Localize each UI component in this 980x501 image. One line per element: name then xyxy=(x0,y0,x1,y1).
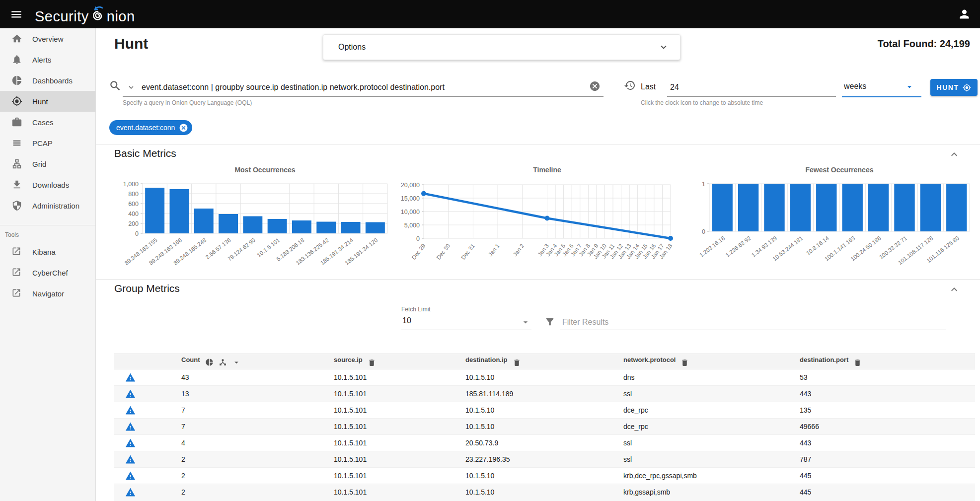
fetch-limit-select[interactable]: 10 xyxy=(401,314,531,330)
table-cell[interactable]: 7 xyxy=(163,402,315,419)
table-cell[interactable]: 49666 xyxy=(781,419,975,435)
column-header-destination-ip[interactable]: destination.ip xyxy=(447,354,605,369)
table-cell[interactable]: 10.1.5.10 xyxy=(447,369,605,386)
chart-bar[interactable] xyxy=(920,184,941,231)
table-cell[interactable]: 20.50.73.9 xyxy=(447,435,605,451)
chart-bar[interactable] xyxy=(946,184,967,231)
trash-icon[interactable] xyxy=(368,358,376,365)
warning-icon[interactable] xyxy=(125,471,136,479)
warning-icon[interactable] xyxy=(125,438,136,446)
sidebar-item-dashboards[interactable]: Dashboards xyxy=(0,70,95,91)
column-header-network-protocol[interactable]: network.protocol xyxy=(605,354,781,369)
table-cell[interactable]: 7 xyxy=(163,419,315,435)
table-cell[interactable]: ssl xyxy=(605,451,781,468)
table-cell[interactable]: 10.1.5.101 xyxy=(315,468,447,484)
remove-filter-icon[interactable] xyxy=(179,123,188,133)
table-cell[interactable]: 443 xyxy=(781,386,975,402)
sidebar-tool-navigator[interactable]: Navigator xyxy=(0,283,95,304)
trash-icon[interactable] xyxy=(853,358,862,365)
table-cell[interactable]: 445 xyxy=(781,468,975,484)
table-cell[interactable]: 10.1.5.10 xyxy=(447,468,605,484)
hamburger-menu-button[interactable] xyxy=(10,8,23,21)
table-cell[interactable]: 185.81.114.189 xyxy=(447,386,605,402)
table-cell[interactable]: dce_rpc xyxy=(605,419,781,435)
chart-bar[interactable] xyxy=(194,209,214,233)
duration-input[interactable] xyxy=(669,79,830,95)
table-cell[interactable]: ssl xyxy=(605,435,781,451)
chart-bar[interactable] xyxy=(790,184,811,231)
warning-icon[interactable] xyxy=(125,488,136,496)
table-cell[interactable]: 10.1.5.101 xyxy=(315,419,447,435)
table-cell[interactable]: 10.1.5.10 xyxy=(447,402,605,419)
column-header-count[interactable]: Count xyxy=(163,354,315,369)
chart-bar[interactable] xyxy=(816,184,836,231)
user-account-button[interactable] xyxy=(958,7,971,21)
chart-bar[interactable] xyxy=(842,184,863,231)
table-cell[interactable]: 787 xyxy=(781,451,975,468)
sidebar-item-downloads[interactable]: Downloads xyxy=(0,174,95,195)
table-cell[interactable]: 10.1.5.101 xyxy=(315,484,447,501)
sidebar-item-grid[interactable]: Grid xyxy=(0,153,95,174)
table-cell[interactable]: 10.1.5.10 xyxy=(447,419,605,435)
table-cell[interactable]: 10.1.5.101 xyxy=(315,435,447,451)
chart-point[interactable] xyxy=(421,191,426,196)
clear-query-icon[interactable] xyxy=(589,80,601,92)
chart-bar[interactable] xyxy=(341,222,361,233)
sidebar-item-alerts[interactable]: Alerts xyxy=(0,49,95,70)
collapse-basic-metrics-button[interactable] xyxy=(948,148,960,160)
warning-icon[interactable] xyxy=(125,455,136,463)
table-cell[interactable]: 10.1.5.10 xyxy=(447,484,605,501)
table-cell[interactable]: 10.1.5.101 xyxy=(315,369,447,386)
table-cell[interactable]: 10.1.5.101 xyxy=(315,402,447,419)
table-cell[interactable]: 13 xyxy=(163,386,315,402)
chart-bar[interactable] xyxy=(268,219,287,233)
warning-icon[interactable] xyxy=(125,373,136,381)
options-dropdown[interactable]: Options xyxy=(323,34,680,60)
table-cell[interactable]: 4 xyxy=(163,435,315,451)
clock-history-icon[interactable] xyxy=(624,79,636,91)
table-cell[interactable]: dns xyxy=(605,369,781,386)
warning-icon[interactable] xyxy=(125,422,136,430)
chart-bar[interactable] xyxy=(219,214,238,233)
sidebar-item-pcap[interactable]: PCAP xyxy=(0,133,95,153)
chart-bar[interactable] xyxy=(145,188,164,233)
collapse-group-metrics-button[interactable] xyxy=(948,284,960,295)
warning-icon[interactable] xyxy=(125,389,136,397)
chart-bar[interactable] xyxy=(868,184,889,231)
sidebar-item-cases[interactable]: Cases xyxy=(0,112,95,133)
network-graph-icon[interactable] xyxy=(219,358,227,365)
chart-bar[interactable] xyxy=(292,220,311,233)
table-cell[interactable]: krb,dce_rpc,gssapi,smb xyxy=(605,468,781,484)
trash-icon[interactable] xyxy=(680,358,689,365)
table-cell[interactable]: krb,gssapi,smb xyxy=(605,484,781,501)
table-cell[interactable]: 135 xyxy=(781,402,975,419)
filter-results-input[interactable] xyxy=(561,315,941,329)
table-cell[interactable]: ssl xyxy=(605,386,781,402)
sidebar-item-administration[interactable]: Administration xyxy=(0,195,95,216)
chart-bar[interactable] xyxy=(738,184,758,231)
chart-bar[interactable] xyxy=(366,222,385,234)
table-cell[interactable]: 2 xyxy=(163,484,315,501)
chart-bar[interactable] xyxy=(764,184,784,231)
chart-bar[interactable] xyxy=(316,222,336,234)
hunt-button[interactable]: HUNT xyxy=(930,79,978,96)
chart-point[interactable] xyxy=(668,236,673,241)
pie-chart-icon[interactable] xyxy=(205,358,214,365)
column-header-destination-port[interactable]: destination.port xyxy=(781,354,975,369)
sidebar-tool-kibana[interactable]: Kibana xyxy=(0,241,95,262)
caret-down-icon[interactable] xyxy=(232,358,241,365)
table-cell[interactable]: 10.1.5.101 xyxy=(315,386,447,402)
table-cell[interactable]: dce_rpc xyxy=(605,402,781,419)
table-cell[interactable]: 53 xyxy=(781,369,975,386)
query-history-caret-icon[interactable] xyxy=(127,82,136,92)
trash-icon[interactable] xyxy=(513,358,521,365)
table-cell[interactable]: 23.227.196.35 xyxy=(447,451,605,468)
column-header-source-ip[interactable]: source.ip xyxy=(315,354,447,369)
sidebar-item-hunt[interactable]: Hunt xyxy=(0,91,95,112)
chart-bar[interactable] xyxy=(894,184,914,231)
table-cell[interactable]: 443 xyxy=(781,435,975,451)
chart-bar[interactable] xyxy=(169,189,189,233)
table-cell[interactable]: 43 xyxy=(163,369,315,386)
sidebar-tool-cyberchef[interactable]: CyberChef xyxy=(0,262,95,283)
table-cell[interactable]: 2 xyxy=(163,468,315,484)
